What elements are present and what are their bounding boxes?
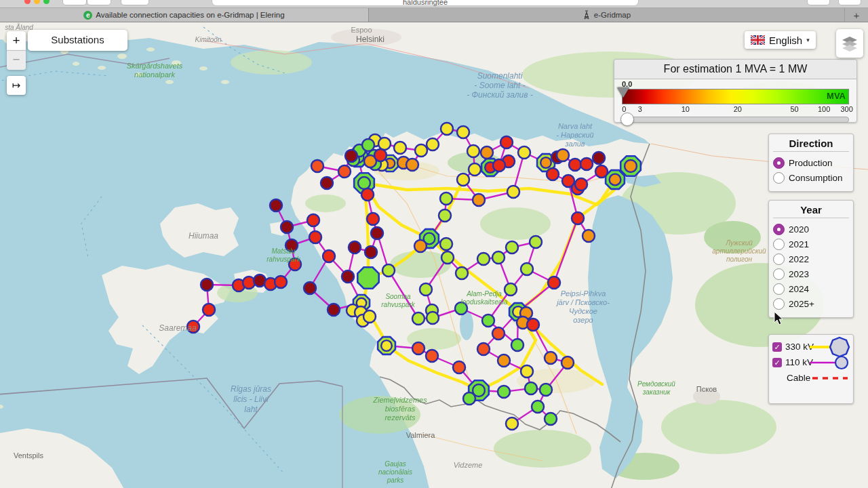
substation-dot[interactable] bbox=[323, 250, 335, 262]
scale-marker-icon[interactable] bbox=[617, 87, 629, 98]
substation-dot[interactable] bbox=[363, 310, 376, 323]
checkbox-330kv[interactable]: ✓ bbox=[772, 342, 782, 352]
radio-icon[interactable] bbox=[773, 224, 785, 235]
substation-dot[interactable] bbox=[453, 361, 465, 373]
radio-year-2022[interactable]: 2022 bbox=[769, 252, 853, 267]
layers-button[interactable] bbox=[836, 29, 863, 58]
substation-dot[interactable] bbox=[304, 282, 316, 294]
substation-dot[interactable] bbox=[482, 314, 494, 327]
substation-dot[interactable] bbox=[625, 160, 637, 172]
substation-dot[interactable] bbox=[201, 279, 213, 291]
substation-dot[interactable] bbox=[415, 144, 427, 157]
substation-dot[interactable] bbox=[270, 199, 282, 211]
substation-dot[interactable] bbox=[580, 158, 593, 170]
substation-dot[interactable] bbox=[477, 253, 490, 265]
substation-dot[interactable] bbox=[420, 283, 432, 296]
legend-row-110kv[interactable]: ✓ 110 kV bbox=[769, 354, 853, 370]
substation-dot[interactable] bbox=[545, 352, 557, 364]
substation-dot[interactable] bbox=[457, 126, 469, 138]
substation-dot[interactable] bbox=[498, 386, 510, 398]
substation-dot[interactable] bbox=[500, 136, 513, 148]
checkbox-110kv[interactable]: ✓ bbox=[772, 358, 782, 367]
tab-egridmap[interactable]: e-Gridmap bbox=[369, 8, 845, 22]
substation-dot[interactable] bbox=[506, 418, 518, 430]
substation-dot[interactable] bbox=[530, 236, 542, 248]
substation-dot[interactable] bbox=[328, 304, 340, 316]
close-window-button[interactable] bbox=[24, 0, 31, 4]
substation-dot[interactable] bbox=[441, 251, 454, 264]
substation-dot[interactable] bbox=[374, 149, 387, 161]
substation-dot[interactable] bbox=[307, 214, 319, 226]
substation-dot[interactable] bbox=[477, 343, 490, 355]
radio-icon[interactable] bbox=[773, 253, 785, 265]
substation-dot[interactable] bbox=[593, 152, 605, 164]
substation-dot[interactable] bbox=[321, 177, 333, 189]
substation-dot[interactable] bbox=[505, 283, 517, 296]
substation-dot[interactable] bbox=[427, 138, 439, 150]
radio-icon[interactable] bbox=[773, 239, 785, 250]
substation-dot[interactable] bbox=[439, 209, 451, 222]
substation-dot[interactable] bbox=[547, 168, 559, 180]
substation-dot[interactable] bbox=[338, 165, 351, 178]
substation-dot[interactable] bbox=[569, 159, 581, 171]
zoom-out-button[interactable]: − bbox=[7, 51, 26, 70]
substation-dot[interactable] bbox=[575, 178, 587, 190]
substation-dot[interactable] bbox=[507, 186, 519, 198]
substation-dot[interactable] bbox=[545, 413, 557, 425]
substation-dot[interactable] bbox=[371, 227, 383, 239]
substation-dot[interactable] bbox=[492, 327, 505, 340]
substation-dot[interactable] bbox=[382, 264, 395, 277]
substation-dot[interactable] bbox=[511, 339, 524, 351]
substation-dot[interactable] bbox=[412, 342, 425, 354]
radio-icon[interactable] bbox=[773, 172, 785, 184]
substation-dot[interactable] bbox=[311, 160, 323, 172]
substation-dot[interactable] bbox=[467, 145, 479, 157]
capacity-slider[interactable] bbox=[622, 117, 849, 123]
substation-dot[interactable] bbox=[463, 392, 475, 405]
substation-dot[interactable] bbox=[481, 146, 493, 159]
radio-year-2023[interactable]: 2023 bbox=[769, 267, 853, 282]
substation-dot[interactable] bbox=[381, 340, 392, 351]
substation-dot[interactable] bbox=[412, 312, 425, 325]
substation-dot[interactable] bbox=[441, 123, 453, 135]
substation-dot[interactable] bbox=[492, 251, 505, 264]
radio-production[interactable]: Production bbox=[769, 156, 853, 171]
substation-dot[interactable] bbox=[394, 142, 406, 154]
substation-dot[interactable] bbox=[309, 231, 321, 243]
substation-dot[interactable] bbox=[281, 221, 293, 233]
substation-dot[interactable] bbox=[456, 267, 468, 279]
substation-dot[interactable] bbox=[427, 312, 439, 324]
radio-consumption[interactable]: Consumption bbox=[769, 171, 853, 186]
substation-dot[interactable] bbox=[532, 401, 544, 413]
forward-button[interactable] bbox=[87, 0, 111, 5]
substation-dot[interactable] bbox=[521, 365, 533, 378]
substation-dot[interactable] bbox=[361, 188, 374, 201]
radio-year-2025plus[interactable]: 2025+ bbox=[769, 297, 853, 312]
substation-dot[interactable] bbox=[365, 246, 377, 258]
radio-year-2024[interactable]: 2024 bbox=[769, 282, 853, 297]
substation-dot[interactable] bbox=[349, 241, 361, 253]
radio-year-2020[interactable]: 2020 bbox=[769, 222, 853, 237]
substation-dot[interactable] bbox=[440, 238, 452, 250]
substation-dot[interactable] bbox=[473, 194, 485, 206]
substation-dot[interactable] bbox=[527, 319, 539, 331]
substation-dot[interactable] bbox=[367, 213, 379, 225]
tab-elering-active[interactable]: e Available connection capacities on e-G… bbox=[0, 8, 369, 22]
substation-hub-330kv[interactable] bbox=[357, 267, 378, 288]
substation-dot[interactable] bbox=[378, 138, 391, 150]
substation-dot[interactable] bbox=[561, 357, 574, 369]
substations-button[interactable]: Substations bbox=[28, 30, 127, 51]
substation-dot[interactable] bbox=[521, 263, 533, 275]
expand-sidebar-button[interactable]: ↦ bbox=[7, 76, 26, 95]
substation-dot[interactable] bbox=[506, 241, 518, 253]
tabs-overview-button[interactable] bbox=[838, 0, 861, 5]
substation-dot[interactable] bbox=[583, 230, 595, 242]
radio-year-2021[interactable]: 2021 bbox=[769, 237, 853, 252]
substation-dot[interactable] bbox=[548, 277, 560, 289]
substation-dot[interactable] bbox=[275, 276, 287, 288]
substation-dot[interactable] bbox=[540, 384, 552, 396]
substation-dot[interactable] bbox=[457, 174, 469, 186]
radio-icon[interactable] bbox=[773, 268, 785, 280]
substation-dot[interactable] bbox=[498, 354, 510, 367]
substation-dot[interactable] bbox=[426, 350, 438, 362]
